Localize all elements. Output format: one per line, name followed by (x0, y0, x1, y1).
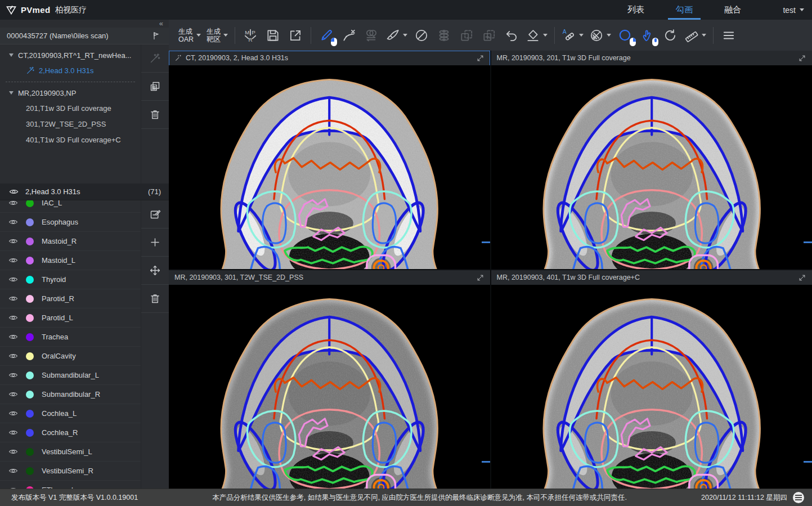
tree-series-item[interactable]: 201,T1w 3D Full coverage (0, 100, 141, 116)
expand-icon[interactable] (476, 274, 484, 282)
user-log-icon[interactable] (793, 492, 804, 503)
block-region-button[interactable] (410, 23, 433, 48)
interpolate-slices-button[interactable] (433, 23, 455, 48)
paste-contour-button[interactable] (478, 23, 500, 48)
visibility-eye-icon[interactable] (0, 275, 26, 284)
trash-icon (149, 293, 161, 305)
expand-icon[interactable] (798, 274, 806, 282)
sidebar-collapse[interactable]: « (0, 20, 169, 28)
structures-list: IAC_LEsophagusMastoid_RMastoid_LThyroidP… (0, 200, 141, 489)
measure-ruler-button[interactable] (681, 23, 709, 48)
move-structure-button[interactable] (141, 257, 169, 285)
edit-nudge-curve-button[interactable] (338, 23, 360, 48)
user-menu[interactable]: test (783, 0, 804, 20)
copy-series-button[interactable] (141, 73, 169, 101)
structure-row[interactable]: Thyroid (0, 270, 141, 289)
delete-structure-button[interactable] (141, 285, 169, 313)
structure-name: Esophagus (42, 218, 78, 226)
visibility-eye-icon[interactable] (0, 370, 26, 380)
tree-expand-triangle-icon[interactable] (9, 53, 14, 57)
tree-expand-triangle-icon[interactable] (9, 91, 14, 95)
visibility-eye-icon[interactable] (0, 351, 26, 361)
tree-series-item[interactable]: 301,T2W_TSE_2D_PSS (0, 116, 141, 132)
structure-row[interactable]: VestibulSemi_R (0, 462, 141, 481)
visibility-eye-icon[interactable] (0, 256, 26, 265)
image-canvas[interactable] (491, 285, 812, 489)
structures-header-row[interactable]: 2,Head 3.0 H31s (71) (0, 183, 169, 200)
generate-oar-button[interactable]: 生成OAR (176, 23, 204, 48)
tree-study-item[interactable]: MR,20190903,NP (0, 86, 141, 100)
zoom-tool-button[interactable] (614, 23, 636, 48)
structure-name: VestibulSemi_L (42, 447, 92, 456)
visibility-eye-icon[interactable] (0, 200, 26, 208)
tab-list[interactable]: 列表 (624, 0, 648, 20)
draw-pencil-button[interactable] (315, 23, 338, 48)
image-canvas[interactable] (169, 65, 490, 269)
reset-view-button[interactable] (659, 23, 681, 48)
visibility-eye-icon[interactable] (9, 187, 19, 196)
visibility-eye-icon[interactable] (0, 389, 26, 399)
structure-row[interactable]: OralCavity (0, 347, 141, 366)
visibility-eye-icon[interactable] (0, 332, 26, 342)
export-button[interactable] (284, 23, 307, 48)
structure-row[interactable]: Cochlea_R (0, 423, 141, 442)
tree-group-divider (6, 82, 135, 82)
visibility-eye-icon[interactable] (0, 313, 26, 323)
structure-row[interactable]: Cochlea_L (0, 404, 141, 423)
visibility-eye-icon[interactable] (0, 428, 26, 437)
structure-row[interactable]: Mastoid_R (0, 232, 141, 251)
structure-row[interactable]: Submandibular_L (0, 366, 141, 385)
add-structure-button[interactable] (141, 229, 169, 257)
structure-tools-column (141, 200, 169, 489)
delete-series-button[interactable] (141, 101, 169, 129)
auto-contour-button[interactable] (141, 44, 169, 73)
visibility-eye-icon[interactable] (0, 447, 26, 456)
structure-row[interactable]: Trachea (0, 328, 141, 347)
save-button[interactable] (262, 23, 284, 48)
visibility-eye-icon[interactable] (0, 217, 26, 227)
expand-icon[interactable] (476, 54, 484, 62)
window-level-button[interactable] (586, 23, 614, 48)
structure-row[interactable]: Esophagus (0, 213, 141, 232)
brush-button[interactable] (383, 23, 410, 48)
structure-row[interactable]: Submandibular_R (0, 385, 141, 404)
tab-contour[interactable]: 勾画 (672, 0, 696, 20)
visibility-eye-icon[interactable] (0, 466, 26, 476)
copy-contour-button[interactable] (455, 23, 478, 48)
layout-menu-button[interactable] (717, 23, 740, 48)
structure-row[interactable]: IAC_L (0, 200, 141, 213)
wl-icon (589, 28, 604, 43)
toolbar-separator (554, 27, 555, 44)
image-canvas[interactable] (491, 65, 812, 269)
patient-row[interactable]: 0000435727 (Name\0iles scan) (0, 28, 169, 44)
image-canvas[interactable] (169, 285, 490, 489)
pan-tool-button[interactable] (636, 23, 659, 48)
toolbar-separator (311, 27, 311, 44)
structure-row[interactable]: VestibulSemi_L (0, 442, 141, 462)
contour-transfer-button[interactable] (360, 23, 383, 48)
tree-study-item[interactable]: CT,20190903,RT^1_RT_newHea... (0, 48, 141, 62)
undo-button[interactable] (500, 23, 523, 48)
visibility-eye-icon[interactable] (0, 409, 26, 418)
edit-structure-button[interactable] (141, 200, 169, 229)
eraser-button[interactable] (523, 23, 550, 48)
chevron-down-icon (579, 34, 584, 37)
expand-icon[interactable] (798, 54, 806, 62)
structure-row[interactable]: Parotid_L (0, 308, 141, 328)
tree-series-item[interactable]: 401,T1w 3D Full coverage+C (0, 132, 141, 147)
visibility-eye-icon[interactable] (0, 236, 26, 246)
tree-series-item[interactable]: 2,Head 3.0 H31s (0, 62, 141, 78)
structure-row[interactable]: ETbone_L (0, 481, 141, 489)
trash-icon (149, 109, 161, 120)
tab-fusion[interactable]: 融合 (721, 0, 744, 20)
disclaimer-text: 本产品分析结果仅供医生参考, 如结果与医生意见不同, 应由院方医生所提供的最终临… (146, 493, 693, 503)
structure-row[interactable]: Parotid_R (0, 289, 141, 308)
generate-target-button[interactable]: 生成靶区 (204, 23, 231, 48)
pvmed-logo-icon (6, 5, 17, 16)
chevron-down-icon (607, 34, 611, 37)
structure-row[interactable]: Mastoid_L (0, 251, 141, 270)
visibility-eye-icon[interactable] (0, 294, 26, 303)
flag-icon[interactable] (151, 31, 161, 41)
mpr-view-button[interactable]: MPR (239, 23, 262, 48)
annotation-link-button[interactable]: A (559, 23, 586, 48)
